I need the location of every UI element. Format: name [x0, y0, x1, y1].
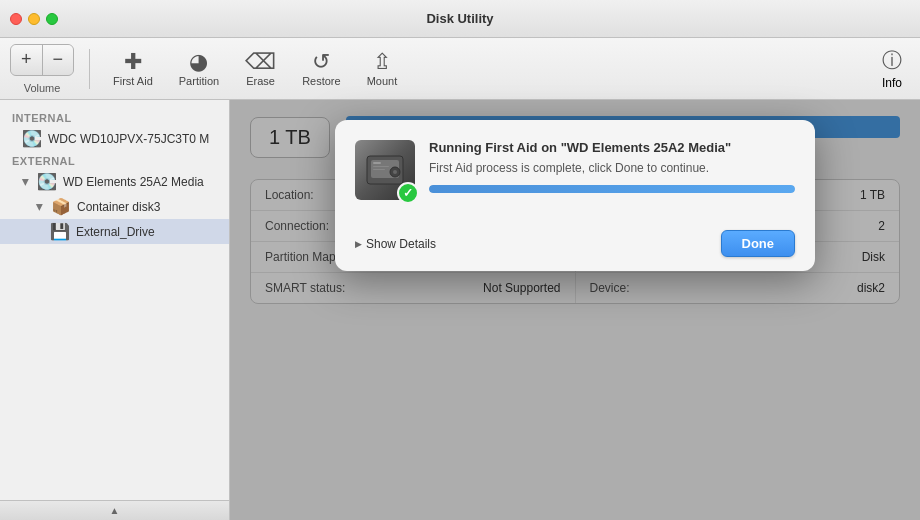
traffic-lights — [10, 13, 58, 25]
partition-label: Partition — [179, 75, 219, 87]
sidebar: Internal 💽 WDC WD10JPVX-75JC3T0 M Extern… — [0, 100, 230, 520]
restore-button[interactable]: ↺ Restore — [294, 47, 349, 91]
hard-drive-svg — [365, 152, 405, 188]
add-volume-button[interactable]: + — [11, 45, 43, 75]
toolbar: + − Volume ✚ First Aid ◕ Partition ⌫ Era… — [0, 38, 920, 100]
success-check-icon: ✓ — [397, 182, 419, 204]
volume-label: Volume — [24, 82, 61, 94]
mount-icon: ⇫ — [373, 51, 391, 73]
sidebar-item-container[interactable]: ▶ 📦 Container disk3 — [0, 194, 229, 219]
erase-icon: ⌫ — [245, 51, 276, 73]
minimize-button[interactable] — [28, 13, 40, 25]
erase-button[interactable]: ⌫ Erase — [237, 47, 284, 91]
volume-controls: + − — [11, 45, 73, 75]
restore-label: Restore — [302, 75, 341, 87]
done-button[interactable]: Done — [721, 230, 796, 257]
show-details-button[interactable]: ▶ Show Details — [355, 237, 436, 251]
sidebar-item-internal-disk[interactable]: 💽 WDC WD10JPVX-75JC3T0 M — [0, 126, 229, 151]
show-details-triangle-icon: ▶ — [355, 239, 362, 249]
view-button-group: + − — [10, 44, 74, 76]
first-aid-button[interactable]: ✚ First Aid — [105, 47, 161, 91]
wd-elements-disclosure[interactable]: ▶ — [21, 178, 31, 185]
info-button[interactable]: ⓘ Info — [874, 43, 910, 94]
titlebar: Disk Utility — [0, 0, 920, 38]
mount-button[interactable]: ⇫ Mount — [359, 47, 406, 91]
modal-title: Running First Aid on "WD Elements 25A2 M… — [429, 140, 795, 155]
info-icon: ⓘ — [882, 47, 902, 74]
internal-section-label: Internal — [0, 108, 229, 126]
container-label: Container disk3 — [77, 200, 160, 214]
mount-label: Mount — [367, 75, 398, 87]
remove-volume-button[interactable]: − — [43, 45, 74, 75]
erase-label: Erase — [246, 75, 275, 87]
maximize-button[interactable] — [46, 13, 58, 25]
internal-disk-label: WDC WD10JPVX-75JC3T0 M — [48, 132, 209, 146]
modal-message: First Aid process is complete, click Don… — [429, 161, 795, 175]
partition-icon: ◕ — [189, 51, 208, 73]
partition-button[interactable]: ◕ Partition — [171, 47, 227, 91]
first-aid-label: First Aid — [113, 75, 153, 87]
external-section-label: External — [0, 151, 229, 169]
sidebar-item-wd-elements[interactable]: ▶ 💽 WD Elements 25A2 Media — [0, 169, 229, 194]
modal-progress-track — [429, 185, 795, 193]
internal-disk-icon: 💽 — [22, 129, 42, 148]
first-aid-icon: ✚ — [124, 51, 142, 73]
svg-rect-2 — [373, 162, 381, 164]
first-aid-modal: ✓ Running First Aid on "WD Elements 25A2… — [335, 120, 815, 271]
modal-overlay: ✓ Running First Aid on "WD Elements 25A2… — [230, 100, 920, 520]
wd-elements-label: WD Elements 25A2 Media — [63, 175, 204, 189]
modal-footer: ▶ Show Details Done — [335, 220, 815, 271]
container-disclosure[interactable]: ▶ — [35, 203, 45, 210]
scroll-down-icon: ▲ — [110, 505, 120, 516]
sidebar-item-external-drive[interactable]: 💾 External_Drive — [0, 219, 229, 244]
sidebar-scroll-button[interactable]: ▲ — [0, 500, 229, 520]
content-area: 1 TB External_Drive 999,96 GB Location: … — [230, 100, 920, 520]
modal-body: ✓ Running First Aid on "WD Elements 25A2… — [335, 120, 815, 220]
main-area: Internal 💽 WDC WD10JPVX-75JC3T0 M Extern… — [0, 100, 920, 520]
modal-progress-bar — [429, 185, 795, 193]
container-icon: 📦 — [51, 197, 71, 216]
external-drive-label: External_Drive — [76, 225, 155, 239]
info-label: Info — [882, 76, 902, 90]
wd-elements-icon: 💽 — [37, 172, 57, 191]
external-drive-icon: 💾 — [50, 222, 70, 241]
svg-rect-5 — [373, 166, 389, 167]
separator-1 — [89, 49, 90, 89]
view-group: + − Volume — [10, 44, 74, 94]
restore-icon: ↺ — [312, 51, 330, 73]
svg-rect-6 — [373, 169, 385, 170]
svg-point-4 — [393, 170, 397, 174]
modal-text-container: Running First Aid on "WD Elements 25A2 M… — [429, 140, 795, 193]
modal-disk-icon-container: ✓ — [355, 140, 415, 200]
close-button[interactable] — [10, 13, 22, 25]
show-details-label: Show Details — [366, 237, 436, 251]
app-title: Disk Utility — [426, 11, 493, 26]
